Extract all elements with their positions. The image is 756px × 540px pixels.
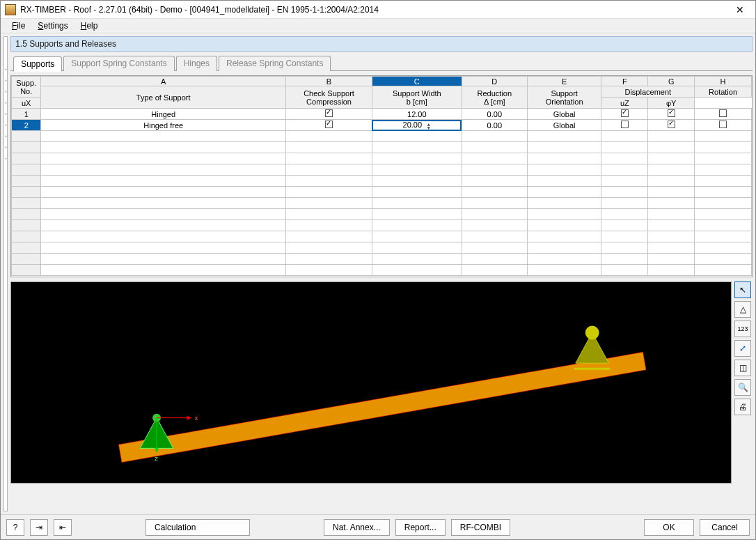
col-uz[interactable]: uZ: [601, 98, 648, 109]
table-row[interactable]: [12, 254, 752, 265]
cell-empty[interactable]: [286, 176, 372, 187]
cell-empty[interactable]: [527, 254, 601, 265]
row-header[interactable]: [12, 242, 41, 254]
row-header[interactable]: [12, 142, 41, 153]
table-row[interactable]: [12, 131, 752, 142]
cell-empty[interactable]: [601, 142, 648, 153]
col-g[interactable]: G: [648, 77, 695, 86]
col-h[interactable]: H: [695, 77, 752, 86]
col-check-compression[interactable]: Check Support Compression: [286, 86, 372, 109]
cell-uz[interactable]: [648, 109, 695, 120]
checkbox-icon[interactable]: [621, 121, 629, 128]
cell-empty[interactable]: [41, 265, 286, 276]
cell-empty[interactable]: [462, 187, 527, 198]
cell-empty[interactable]: [462, 265, 527, 276]
calculation-button[interactable]: Calculation: [145, 519, 250, 536]
cell-empty[interactable]: [41, 142, 286, 153]
cell-empty[interactable]: [286, 153, 372, 164]
cell-empty[interactable]: [41, 164, 286, 176]
tree-item-control-parameters[interactable]: Control Parameters: [6, 141, 8, 153]
cell-empty[interactable]: [286, 231, 372, 242]
row-header[interactable]: [12, 131, 41, 142]
menu-file[interactable]: File: [6, 20, 31, 32]
cell-empty[interactable]: [41, 131, 286, 142]
cell-empty[interactable]: [648, 209, 695, 220]
table-row[interactable]: 1Hinged12.000.00Global: [12, 109, 752, 120]
cell-empty[interactable]: [41, 220, 286, 231]
cell-empty[interactable]: [648, 131, 695, 142]
col-a[interactable]: A: [41, 77, 286, 86]
cell-empty[interactable]: [695, 153, 752, 164]
tree-item-components[interactable]: Components: [6, 97, 8, 108]
ok-button[interactable]: OK: [644, 519, 694, 536]
cell-empty[interactable]: [695, 254, 752, 265]
cell-width[interactable]: 12.00: [372, 109, 462, 120]
cell-empty[interactable]: [372, 131, 462, 142]
navigator-tree[interactable]: Input Data General Data Geometry Cross-s…: [3, 36, 8, 511]
cell-empty[interactable]: [648, 187, 695, 198]
cell-empty[interactable]: [601, 164, 648, 176]
table-row[interactable]: [12, 242, 752, 254]
tree-root[interactable]: Input Data: [6, 40, 8, 62]
cell-empty[interactable]: [286, 254, 372, 265]
cell-empty[interactable]: [648, 242, 695, 254]
cell-empty[interactable]: [372, 153, 462, 164]
row-header[interactable]: 1: [12, 109, 41, 120]
row-header[interactable]: [12, 220, 41, 231]
tree-item-serviceability-data[interactable]: Serviceability Data: [6, 153, 8, 164]
row-header[interactable]: 2: [12, 120, 41, 131]
table-row[interactable]: 2Hinged free20.00 ▲▼0.00Global: [12, 120, 752, 131]
cell-empty[interactable]: [462, 176, 527, 187]
cell-empty[interactable]: [41, 153, 286, 164]
cell-empty[interactable]: [286, 131, 372, 142]
col-ux[interactable]: uX: [12, 98, 41, 109]
cell-empty[interactable]: [527, 242, 601, 254]
row-header[interactable]: [12, 254, 41, 265]
cell-empty[interactable]: [462, 164, 527, 176]
cell-empty[interactable]: [648, 254, 695, 265]
cell-empty[interactable]: [527, 209, 601, 220]
cell-empty[interactable]: [601, 231, 648, 242]
cell-empty[interactable]: [286, 265, 372, 276]
cell-empty[interactable]: [527, 176, 601, 187]
checkbox-icon[interactable]: [719, 121, 727, 128]
table-row[interactable]: [12, 220, 752, 231]
cell-empty[interactable]: [648, 220, 695, 231]
tree-item-supports-releases[interactable]: Supports and Releases: [6, 108, 8, 119]
cell-empty[interactable]: [527, 265, 601, 276]
window-close-button[interactable]: ✕: [726, 1, 754, 18]
cell-empty[interactable]: [372, 187, 462, 198]
cell-empty[interactable]: [601, 198, 648, 209]
row-header[interactable]: [12, 198, 41, 209]
cell-empty[interactable]: [372, 265, 462, 276]
cell-empty[interactable]: [601, 131, 648, 142]
cell-empty[interactable]: [601, 153, 648, 164]
col-d[interactable]: D: [462, 77, 527, 86]
cell-empty[interactable]: [601, 242, 648, 254]
cell-empty[interactable]: [695, 187, 752, 198]
tree-item-effective-lengths[interactable]: Effective Lengths: [6, 130, 8, 141]
col-displacement-group[interactable]: Displacement: [601, 86, 695, 98]
cell-empty[interactable]: [41, 198, 286, 209]
cell-empty[interactable]: [527, 231, 601, 242]
cell-empty[interactable]: [601, 176, 648, 187]
cell-empty[interactable]: [41, 242, 286, 254]
cell-empty[interactable]: [286, 198, 372, 209]
cell-empty[interactable]: [372, 176, 462, 187]
row-header[interactable]: [12, 187, 41, 198]
cell-empty[interactable]: [648, 142, 695, 153]
cell-empty[interactable]: [462, 153, 527, 164]
tool-zoom-button[interactable]: 🔍: [734, 379, 751, 396]
tree-item-cross-sections[interactable]: Cross-sections: [6, 86, 8, 97]
cell-empty[interactable]: [41, 254, 286, 265]
spinner-icon[interactable]: ▲▼: [426, 123, 431, 130]
menu-help[interactable]: Help: [75, 20, 104, 32]
col-f[interactable]: F: [601, 77, 648, 86]
tool-supports-button[interactable]: △: [734, 301, 751, 318]
cell-phiy[interactable]: [695, 120, 752, 131]
cell-empty[interactable]: [372, 209, 462, 220]
cell-empty[interactable]: [286, 209, 372, 220]
cell-width[interactable]: 20.00 ▲▼: [372, 120, 462, 131]
cell-empty[interactable]: [601, 254, 648, 265]
col-orientation[interactable]: Support Orientation: [527, 86, 601, 109]
